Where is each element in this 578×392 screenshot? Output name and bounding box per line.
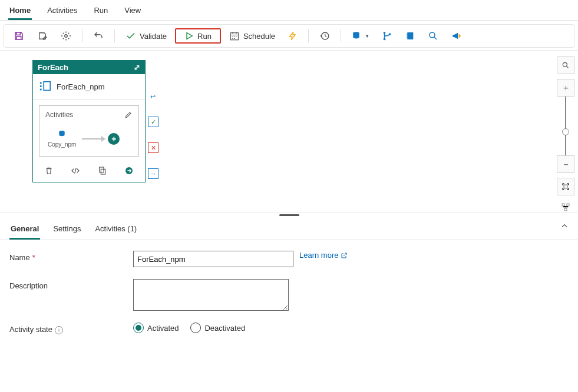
prop-tab-general[interactable]: General [9,222,40,240]
validate-label: Validate [140,32,167,41]
notebook-icon [405,31,415,41]
prop-tab-settings[interactable]: Settings [52,222,82,240]
layout-icon [561,202,570,212]
radio-activated[interactable]: Activated [133,323,179,333]
divider [341,29,341,42]
trigger-button[interactable] [283,28,302,44]
expand-icon[interactable]: ⤢ [134,63,140,72]
foreach-activity-card[interactable]: ForEach ⤢ ForEach_npm Activities Copy_np… [32,60,146,182]
schedule-label: Schedule [243,32,275,41]
branch-button[interactable] [377,28,397,44]
copy-activity[interactable]: Copy_npm [48,129,76,148]
pipeline-canvas[interactable]: ForEach ⤢ ForEach_npm Activities Copy_np… [0,50,578,212]
svg-rect-14 [40,85,42,87]
prop-tab-activities[interactable]: Activities (1) [94,222,138,240]
svg-point-5 [384,38,386,40]
save-as-button[interactable] [32,28,52,44]
status-fail-icon: ✕ [148,142,158,153]
svg-rect-15 [40,89,42,91]
add-activity-button[interactable]: + [108,133,120,145]
activity-state-radio-group: Activated Deactivated [133,323,245,333]
history-button[interactable] [315,28,335,44]
foreach-icon [39,80,52,93]
trash-icon [44,166,54,175]
copy-activity-label: Copy_npm [48,141,76,148]
tab-view[interactable]: View [123,4,142,20]
chevron-down-icon: ▾ [366,33,369,39]
pencil-icon[interactable] [124,111,133,119]
status-completion-icon: → [148,168,158,179]
run-label: Run [197,32,212,41]
notebook-button[interactable] [401,28,420,44]
data-source-button[interactable]: ▾ [347,28,374,44]
settings-button[interactable] [56,28,76,44]
database-icon [352,31,362,41]
copy-icon [98,166,107,175]
panel-resize-handle[interactable] [0,212,578,217]
activity-type-label: ForEach [38,63,68,72]
code-button[interactable] [71,166,80,177]
svg-rect-9 [407,35,408,36]
flow-arrow [82,138,102,139]
code-icon [71,166,80,175]
tab-run[interactable]: Run [93,4,109,20]
check-icon [125,31,136,41]
zoom-out-button[interactable]: － [557,155,574,173]
save-as-icon [37,31,48,41]
name-label: Name* [9,251,133,262]
fit-button[interactable] [557,178,574,195]
arrow-circle-icon [124,166,134,175]
tab-home[interactable]: Home [8,4,32,20]
svg-rect-8 [407,34,408,34]
branch-icon [382,31,392,41]
undo-button[interactable] [88,28,108,44]
go-button[interactable] [124,166,134,177]
zoom-in-button[interactable]: ＋ [557,79,574,97]
search-icon [562,61,570,69]
svg-point-11 [430,32,435,38]
canvas-search-button[interactable] [557,57,574,74]
schedule-button[interactable]: Schedule [224,28,280,44]
zoom-slider[interactable] [565,97,566,155]
megaphone-icon [451,31,462,41]
info-icon[interactable]: i [55,326,63,334]
svg-point-20 [563,62,567,67]
external-link-icon [341,252,348,259]
svg-rect-21 [564,185,567,188]
status-success-icon: ✓ [148,117,158,127]
save-button[interactable] [9,28,29,44]
learn-more-link[interactable]: Learn more [299,251,348,260]
top-tab-bar: Home Activities Run View [0,0,578,21]
validate-button[interactable]: Validate [121,28,171,44]
clone-button[interactable] [98,166,107,177]
radio-dot-icon [133,323,144,333]
svg-rect-22 [562,204,564,206]
card-action-bar [33,162,145,182]
description-input[interactable] [133,279,289,311]
search-toolbar-button[interactable] [423,28,443,44]
delete-button[interactable] [44,166,54,177]
chevron-up-icon [560,222,569,230]
canvas-zoom-rail: ＋ － [557,57,574,215]
description-label: Description [9,279,133,290]
lightning-icon [288,31,298,41]
svg-rect-13 [40,82,42,84]
name-input[interactable] [133,251,293,267]
svg-point-0 [65,35,68,38]
calendar-icon [229,31,240,41]
svg-rect-12 [44,82,50,91]
run-button[interactable]: Run [175,28,221,44]
save-icon [14,31,24,41]
inner-activities-label: Activities [45,111,73,119]
layout-button[interactable] [557,199,574,215]
collapse-panel-button[interactable] [560,222,569,232]
property-tab-bar: General Settings Activities (1) [0,217,578,240]
foreach-inner-panel: Activities Copy_npm + [39,105,139,157]
radio-deactivated[interactable]: Deactivated [190,323,245,333]
tab-activities[interactable]: Activities [46,4,78,20]
announce-button[interactable] [447,28,467,44]
history-icon [319,31,330,41]
play-icon [184,31,194,41]
svg-rect-17 [101,169,105,174]
gear-icon [61,31,71,41]
